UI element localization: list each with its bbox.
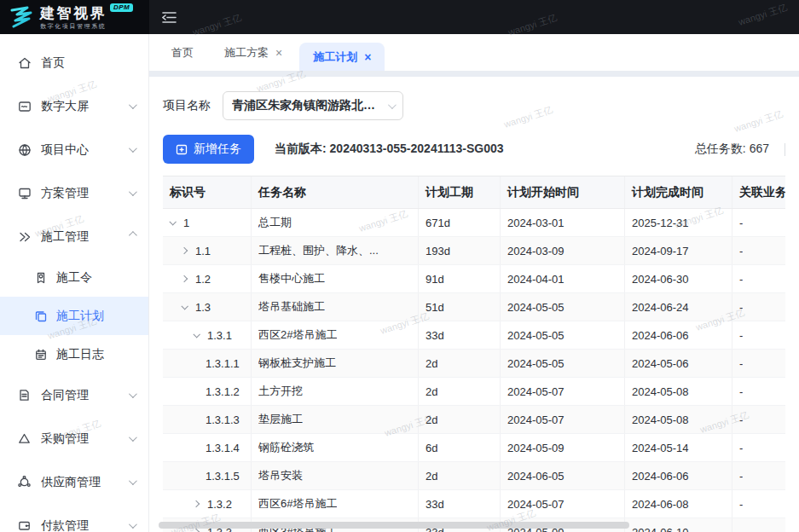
close-icon[interactable]: × (275, 47, 282, 59)
sidebar-item-scheme-management[interactable]: 方案管理 (0, 171, 148, 215)
table-row[interactable]: 1.2售楼中心施工91d2024-04-012024-06-30- (163, 265, 785, 293)
sidebar-collapse-icon[interactable] (149, 0, 188, 34)
cell-end-date: 2024-06-06 (625, 462, 732, 489)
total-tasks: 总任务数: 667 (695, 142, 769, 157)
project-select-value: 青浦区朱家角镇阁游路北侧D11... (232, 98, 383, 113)
cell-duration: 33d (419, 490, 501, 518)
cell-task-id: 1.3.1.4 (163, 434, 252, 461)
sidebar-item-label: 方案管理 (41, 186, 129, 201)
column-header: 任务名称 (252, 176, 419, 208)
sidebar-item-construction-order[interactable]: 施工令 (0, 258, 148, 297)
table-row[interactable]: 1.1工程桩、围护、降水、...193d2024-03-092024-09-17… (163, 237, 785, 265)
add-task-button[interactable]: 新增任务 (163, 135, 254, 164)
dpm-badge: DPM (110, 3, 133, 12)
cell-duration: 193d (419, 237, 501, 264)
tab-home[interactable]: 首页 (158, 34, 207, 71)
chevron-down-icon (129, 477, 137, 485)
sidebar-item-project-center[interactable]: 项目中心 (0, 128, 148, 171)
cell-start-date: 2024-04-01 (501, 265, 625, 292)
chevron-icon (181, 303, 188, 309)
table-row[interactable]: 1.3塔吊基础施工51d2024-05-052024-06-24- (163, 293, 785, 321)
sidebar-item-home[interactable]: 首页 (0, 41, 148, 84)
horizontal-scrollbar-thumb[interactable] (159, 522, 629, 529)
sidebar-item-label: 施工计划 (56, 309, 135, 324)
sidebar-item-construction-management[interactable]: 施工管理 (0, 215, 148, 258)
sidebar-item-construction-log[interactable]: 施工日志 (0, 335, 148, 373)
sidebar-item-contract-management[interactable]: 合同管理 (0, 373, 148, 417)
table-row[interactable]: 1.3.1.1钢板桩支护施工2d2024-05-052024-05-06- (163, 350, 785, 378)
chevron-down-icon (129, 433, 137, 442)
chevron-up-icon (129, 231, 137, 240)
collapse-row-icon[interactable] (182, 304, 195, 309)
task-table: 标识号任务名称计划工期计划开始时间计划完成时间关联业务计划 1总工期671d20… (163, 176, 785, 532)
cell-end-date: 2024-05-14 (625, 434, 732, 461)
sidebar-item-procurement-management[interactable]: 采购管理 (0, 417, 148, 460)
task-id-text: 1.3.1.2 (206, 385, 240, 398)
cell-duration: 671d (419, 209, 501, 236)
cell-duration: 2d (419, 378, 501, 405)
chevron-icon (193, 529, 200, 532)
cell-linked-plan: - (732, 293, 785, 321)
collapse-row-icon[interactable] (194, 332, 207, 338)
table-row[interactable]: 1.3.2西区6#塔吊施工33d2024-05-072024-06-08- (163, 490, 785, 518)
badge-icon (34, 271, 47, 284)
tab-label: 首页 (171, 45, 194, 61)
cell-linked-plan: - (732, 518, 785, 532)
cell-duration: 91d (419, 265, 501, 292)
cell-linked-plan: - (732, 378, 785, 405)
cell-end-date: 2024-06-24 (625, 293, 732, 321)
sidebar-item-digital-screen[interactable]: 数字大屏 (0, 84, 148, 128)
triangle-icon (17, 431, 32, 446)
cell-duration: 51d (419, 293, 501, 321)
cell-task-name: 垫层施工 (252, 406, 419, 433)
expand-row-icon[interactable] (194, 501, 207, 506)
close-icon[interactable]: × (364, 51, 371, 63)
document-icon (17, 388, 32, 402)
monitor-icon (17, 186, 32, 200)
cell-duration: 2d (419, 350, 501, 377)
sidebar-item-payment-management[interactable]: 付款管理 (0, 504, 148, 532)
supplier-icon (17, 475, 32, 489)
sidebar-item-construction-plan[interactable]: 施工计划 (0, 297, 148, 335)
cell-start-date: 2024-05-05 (501, 321, 625, 349)
expand-row-icon[interactable] (182, 276, 195, 281)
table-row[interactable]: 1.3.1.5塔吊安装2d2024-06-052024-06-06- (163, 462, 785, 490)
table-row[interactable]: 1.3.1.2土方开挖2d2024-05-072024-05-08- (163, 378, 785, 406)
task-id-text: 1.1 (195, 245, 211, 257)
sidebar-item-supplier-management[interactable]: 供应商管理 (0, 460, 148, 504)
project-select[interactable]: 青浦区朱家角镇阁游路北侧D11... (223, 91, 403, 120)
chevron-icon (181, 275, 188, 282)
column-header: 关联业务计划 (732, 176, 785, 208)
version-label: 当前版本: (275, 142, 327, 155)
cell-duration: 6d (419, 434, 501, 461)
chevron-down-icon (129, 390, 137, 398)
tab-bar: 首页施工方案×施工计划× (149, 34, 799, 71)
cell-task-name: 钢筋砼浇筑 (252, 434, 419, 461)
tab-construction-plan[interactable]: 施工计划× (299, 43, 385, 71)
tabbar-divider (149, 71, 799, 77)
cell-linked-plan: - (732, 209, 785, 236)
table-row[interactable]: 1总工期671d2024-03-012025-12-31- (163, 209, 785, 237)
chevron-down-icon (129, 144, 137, 153)
brand-area: 建智视界 DPM 数字化项目管理系统 (0, 0, 149, 34)
brand-text: 建智视界 DPM 数字化项目管理系统 (40, 6, 133, 29)
cell-task-name: 售楼中心施工 (252, 265, 419, 292)
table-row[interactable]: 1.3.1西区2#塔吊施工33d2024-05-052024-06-06- (163, 321, 785, 350)
cell-task-id: 1.3.1.3 (163, 406, 252, 433)
cell-end-date: 2024-06-06 (625, 321, 732, 349)
content-area: 项目名称 青浦区朱家角镇阁游路北侧D11... 新增任务 (149, 77, 799, 532)
chevron-down-icon (129, 520, 137, 529)
table-row[interactable]: 1.3.1.3垫层施工2d2024-05-072024-05-08- (163, 406, 785, 434)
task-id-text: 1.3.1.1 (206, 357, 240, 370)
total-tasks-value: 667 (750, 142, 769, 155)
tab-construction-scheme[interactable]: 施工方案× (211, 34, 296, 71)
task-id-text: 1.3.2 (207, 498, 232, 511)
task-id-text: 1.3.1.5 (206, 470, 240, 483)
screen-icon (17, 99, 32, 113)
calendar-icon (34, 348, 47, 361)
expand-row-icon[interactable] (182, 248, 195, 253)
cell-task-id: 1.3.1.2 (163, 378, 252, 405)
table-row[interactable]: 1.3.1.4钢筋砼浇筑6d2024-05-092024-05-14- (163, 434, 785, 462)
collapse-row-icon[interactable] (170, 220, 183, 225)
cell-duration: 33d (419, 321, 501, 349)
